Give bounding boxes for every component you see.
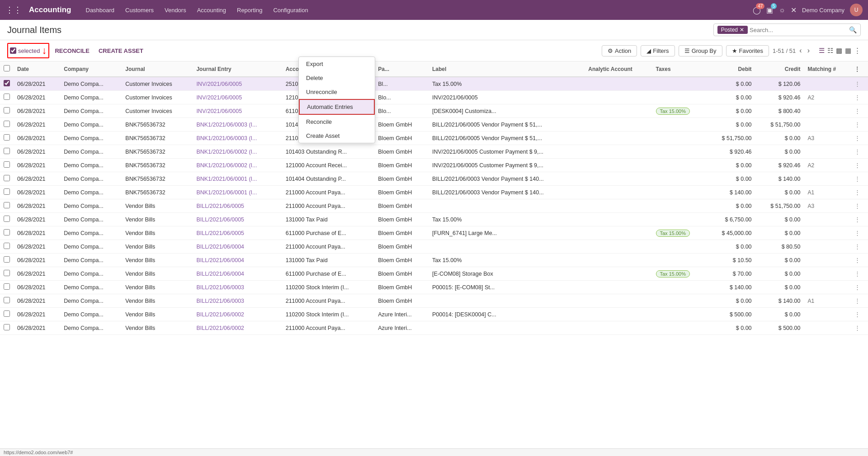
prev-page-button[interactable]: ‹	[797, 47, 803, 55]
col-header-label[interactable]: Label	[429, 61, 585, 77]
col-header-matching[interactable]: Matching #	[804, 61, 850, 77]
group-by-button[interactable]: ☰ Group By	[679, 45, 722, 56]
cell-entry[interactable]: BNK1/2021/06/0003 (I...	[193, 132, 282, 145]
table-row[interactable]: 06/28/2021 Demo Compa... Vendor Bills BI…	[0, 294, 868, 308]
close-icon[interactable]: ✕	[791, 6, 797, 14]
nav-vendors[interactable]: Vendors	[165, 5, 186, 15]
col-header-taxes[interactable]: Taxes	[652, 61, 707, 77]
row-checkbox[interactable]	[4, 256, 10, 263]
row-checkbox[interactable]	[4, 229, 10, 235]
cell-entry[interactable]: BILL/2021/06/0002	[193, 321, 282, 335]
filter-close-icon[interactable]: ✕	[740, 27, 744, 33]
col-header-debit[interactable]: Debit	[707, 61, 755, 77]
search-input[interactable]	[750, 27, 849, 33]
row-checkbox[interactable]	[4, 94, 10, 100]
table-row[interactable]: 06/28/2021 Demo Compa... Vendor Bills BI…	[0, 226, 868, 240]
dropdown-export[interactable]: Export	[299, 57, 375, 71]
cell-row-options[interactable]: ⋮	[851, 213, 868, 226]
cell-row-options[interactable]: ⋮	[851, 77, 868, 91]
row-checkbox[interactable]	[4, 148, 10, 154]
table-row[interactable]: 06/28/2021 Demo Compa... Vendor Bills BI…	[0, 254, 868, 267]
create-asset-button[interactable]: CREATE ASSET	[95, 47, 147, 54]
dropdown-delete[interactable]: Delete	[299, 71, 375, 85]
row-checkbox[interactable]	[4, 324, 10, 330]
table-row[interactable]: 06/28/2021 Demo Compa... Vendor Bills BI…	[0, 240, 868, 254]
cell-entry[interactable]: BNK1/2021/06/0002 (I...	[193, 159, 282, 172]
list-view-icon[interactable]: ☰	[819, 47, 825, 55]
bell-icon[interactable]: ☼	[778, 6, 785, 14]
row-checkbox[interactable]	[4, 161, 10, 168]
cell-row-options[interactable]: ⋮	[851, 226, 868, 240]
col-header-date[interactable]: Date	[14, 61, 60, 77]
reconcile-button[interactable]: RECONCILE	[51, 47, 93, 54]
row-checkbox[interactable]	[4, 107, 10, 113]
table-row[interactable]: 06/28/2021 Demo Compa... Vendor Bills BI…	[0, 321, 868, 335]
table-row[interactable]: 06/28/2021 Demo Compa... BNK756536732 BN…	[0, 145, 868, 159]
cell-entry[interactable]: BILL/2021/06/0003	[193, 294, 282, 308]
table-row[interactable]: 06/28/2021 Demo Compa... BNK756536732 BN…	[0, 172, 868, 186]
cell-entry[interactable]: BILL/2021/06/0003	[193, 281, 282, 294]
cell-row-options[interactable]: ⋮	[851, 321, 868, 335]
cell-entry[interactable]: BNK1/2021/06/0001 (I...	[193, 172, 282, 186]
row-checkbox[interactable]	[4, 310, 10, 317]
table-row[interactable]: 06/28/2021 Demo Compa... Vendor Bills BI…	[0, 281, 868, 294]
table-row[interactable]: 06/28/2021 Demo Compa... BNK756536732 BN…	[0, 118, 868, 132]
search-bar[interactable]: Posted ✕ 🔍	[713, 24, 861, 36]
grid-view-icon[interactable]: ☷	[827, 47, 833, 55]
cell-entry[interactable]: BILL/2021/06/0004	[193, 254, 282, 267]
row-checkbox[interactable]	[4, 175, 10, 181]
cell-row-options[interactable]: ⋮	[851, 145, 868, 159]
select-all-header-checkbox[interactable]	[4, 65, 10, 71]
cell-row-options[interactable]: ⋮	[851, 159, 868, 172]
row-checkbox[interactable]	[4, 121, 10, 127]
dropdown-reconcile[interactable]: Reconcile	[299, 115, 375, 129]
table-row[interactable]: 06/28/2021 Demo Compa... Customer Invoic…	[0, 104, 868, 118]
table-row[interactable]: 06/28/2021 Demo Compa... BNK756536732 BN…	[0, 132, 868, 145]
col-header-journal-entry[interactable]: Journal Entry	[193, 61, 282, 77]
chart-view-icon[interactable]: ▩	[836, 47, 842, 55]
cell-entry[interactable]: BILL/2021/06/0005	[193, 226, 282, 240]
cell-row-options[interactable]: ⋮	[851, 104, 868, 118]
nav-configuration[interactable]: Configuration	[273, 5, 308, 15]
cell-row-options[interactable]: ⋮	[851, 267, 868, 281]
cell-row-options[interactable]: ⋮	[851, 186, 868, 199]
row-checkbox[interactable]	[4, 270, 10, 276]
row-checkbox[interactable]	[4, 188, 10, 195]
select-all-checkbox[interactable]	[10, 47, 16, 54]
dropdown-create-asset[interactable]: Create Asset	[299, 129, 375, 143]
cell-entry[interactable]: INV/2021/06/0005	[193, 91, 282, 104]
dropdown-unreconcile[interactable]: Unreconcile	[299, 85, 375, 99]
nav-customers[interactable]: Customers	[125, 5, 154, 15]
table-row[interactable]: 06/28/2021 Demo Compa... Vendor Bills BI…	[0, 213, 868, 226]
nav-dashboard[interactable]: Dashboard	[86, 5, 115, 15]
cell-entry[interactable]: INV/2021/06/0005	[193, 104, 282, 118]
table-row[interactable]: 06/28/2021 Demo Compa... BNK756536732 BN…	[0, 159, 868, 172]
cell-row-options[interactable]: ⋮	[851, 199, 868, 213]
clock-icon[interactable]: ◯ 47	[753, 6, 761, 14]
row-checkbox[interactable]	[4, 297, 10, 303]
col-header-journal[interactable]: Journal	[122, 61, 193, 77]
cell-entry[interactable]: BILL/2021/06/0005	[193, 213, 282, 226]
row-checkbox[interactable]	[4, 134, 10, 141]
row-checkbox[interactable]	[4, 80, 10, 86]
table-row[interactable]: 06/28/2021 Demo Compa... Vendor Bills BI…	[0, 199, 868, 213]
col-header-company[interactable]: Company	[60, 61, 122, 77]
cell-entry[interactable]: BILL/2021/06/0005	[193, 199, 282, 213]
favorites-button[interactable]: ★ Favorites	[726, 45, 769, 56]
cell-row-options[interactable]: ⋮	[851, 254, 868, 267]
cell-row-options[interactable]: ⋮	[851, 294, 868, 308]
action-button[interactable]: ⚙ Action	[602, 45, 637, 56]
row-checkbox[interactable]	[4, 216, 10, 222]
cell-entry[interactable]: BNK1/2021/06/0003 (I...	[193, 118, 282, 132]
cell-row-options[interactable]: ⋮	[851, 132, 868, 145]
row-checkbox[interactable]	[4, 283, 10, 290]
row-checkbox[interactable]	[4, 243, 10, 249]
table-row[interactable]: 06/28/2021 Demo Compa... Customer Invoic…	[0, 77, 868, 91]
col-header-partner[interactable]: Pa...	[374, 61, 429, 77]
cell-row-options[interactable]: ⋮	[851, 118, 868, 132]
table-row[interactable]: 06/28/2021 Demo Compa... Customer Invoic…	[0, 91, 868, 104]
filters-button[interactable]: ◢ Filters	[641, 45, 675, 56]
table-row[interactable]: 06/28/2021 Demo Compa... BNK756536732 BN…	[0, 186, 868, 199]
cell-entry[interactable]: BNK1/2021/06/0002 (I...	[193, 145, 282, 159]
cell-entry[interactable]: BILL/2021/06/0002	[193, 308, 282, 321]
